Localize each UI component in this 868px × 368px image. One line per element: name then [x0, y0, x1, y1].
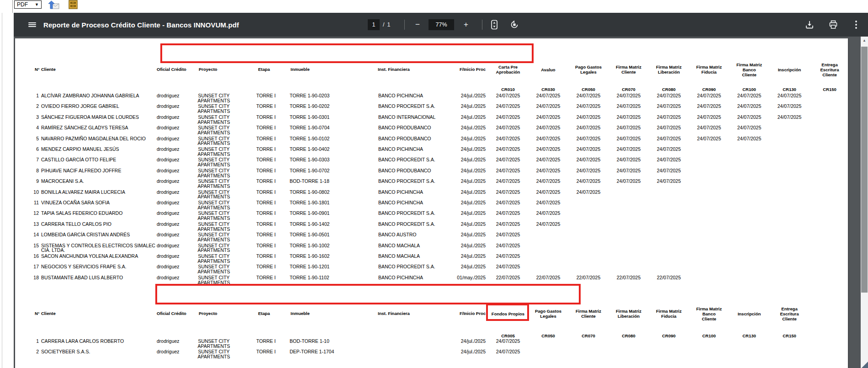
column-header-inmueble: Inmueble	[291, 67, 310, 72]
archive-cabinet-icon[interactable]	[69, 0, 78, 11]
column-header-cliente: Cliente	[41, 67, 56, 72]
cell-cliente: SÁNCHEZ FIGUEROA MARIA DE LOURDES	[41, 115, 165, 120]
page-number-input[interactable]: 1	[368, 19, 380, 30]
stage-code-cr150: CR150	[769, 333, 810, 338]
pdf-viewer: Reporte de Proceso Crédito Cliente - Ban…	[14, 13, 868, 368]
stage-code-cr070: CR070	[568, 333, 609, 338]
cell-n: 1	[25, 339, 39, 344]
zoom-out-button[interactable]: −	[412, 19, 423, 30]
pdf-format-select[interactable]: PDF ▼	[14, 0, 42, 9]
host-topbar-divider	[12, 0, 13, 13]
menu-icon[interactable]	[26, 19, 37, 30]
cell-date-cr050: 24/07/2025	[566, 125, 611, 130]
cell-date-cr090: 24/07/2025	[686, 115, 732, 120]
cell-n: 1	[25, 93, 39, 98]
cell-n: 7	[25, 157, 39, 162]
cell-date-cr070: 24/07/2025	[606, 157, 651, 162]
cell-etapa: TORRE I	[256, 147, 288, 152]
cell-cliente: CASTILLO GARCÍA OTTO FELIPE	[41, 157, 165, 162]
cell-proyecto: SUNSET CITY APARTMENTS	[182, 232, 245, 242]
cell-n: 12	[25, 211, 39, 216]
zoom-in-button[interactable]: +	[460, 19, 471, 30]
cell-date-cr070: 24/07/2025	[606, 147, 651, 152]
cell-date-cr090: 24/07/2025	[686, 125, 732, 130]
fit-to-page-icon[interactable]	[489, 19, 500, 30]
column-header-cr150: Entrega Escritura Cliente	[763, 303, 815, 325]
cell-inmueble: TORRE 1-90-1102	[290, 275, 365, 280]
stage-code-cr005: CR005	[487, 333, 529, 338]
cell-date-cr080: 24/07/2025	[646, 157, 692, 162]
column-header-num: N°	[35, 311, 40, 316]
cell-proyecto: SUNSET CITY APARTMENTS	[182, 339, 245, 349]
cell-cliente: PIHUAVE NACIF ALFREDO JOFFRE	[41, 168, 165, 173]
cell-date-cr010: 24/07/2025	[485, 93, 531, 98]
cell-etapa: TORRE I	[256, 211, 288, 216]
cell-date-cr005: 24/07/2025	[485, 339, 531, 344]
cell-date-cr130: 24/07/2025	[767, 115, 812, 120]
table-row: 10BONILLA ALVAREZ MAIRA LUCRECIAdrodrigu…	[15, 189, 848, 200]
cell-cliente: OVIEDO FIERRO JORGE GABRIEL	[41, 104, 165, 109]
cell-cliente: MACROCEANI S.A.	[41, 179, 165, 184]
table-row: 9MACROCEANI S.A.drodriguezSUNSET CITY AP…	[15, 178, 848, 189]
stage-code-cr100: CR100	[729, 87, 770, 92]
cell-etapa: TORRE I	[256, 339, 288, 344]
more-options-icon[interactable]	[851, 19, 862, 30]
column-header-etapa: Etapa	[258, 311, 270, 316]
cell-proyecto: SUNSET CITY APARTMENTS	[182, 136, 245, 146]
pdf-toolbar: Reporte de Proceso Crédito Cliente - Ban…	[14, 13, 868, 37]
send-mail-icon[interactable]	[48, 0, 59, 11]
cell-proyecto: SUNSET CITY APARTMENTS	[182, 147, 245, 157]
cell-finicio: 24/jul./2025	[441, 190, 486, 195]
cell-date-cr030: 24/07/2025	[525, 147, 571, 152]
table-row: 14LOMBEIDA GARCÍA CRISTIAN ANDRÉSdrodrig…	[15, 232, 848, 242]
cell-date-cr010: 24/07/2025	[485, 147, 531, 152]
cell-date-cr080: 24/07/2025	[646, 104, 692, 109]
cell-date-cr090: 24/07/2025	[686, 104, 732, 109]
cell-n: 13	[25, 222, 39, 227]
cell-inmueble: TORRE 1-90-0203	[290, 93, 365, 98]
cell-date-cr080: 24/07/2025	[646, 125, 692, 130]
cell-date-cr010: 24/07/2025	[485, 254, 531, 259]
cell-date-cr010: 24/07/2025	[485, 157, 531, 162]
scrollbar-thumb[interactable]	[861, 47, 868, 293]
cell-etapa: TORRE I	[256, 104, 288, 109]
stage-code-cr070: CR070	[608, 87, 649, 92]
cell-finicio: 24/jul./2025	[441, 339, 486, 344]
cell-finicio: 24/jul./2025	[441, 168, 486, 173]
cell-cliente: MENDEZ CARPIO MANUEL JESÚS	[41, 147, 165, 152]
column-header-cr150: Entrega Escritura Cliente	[804, 59, 848, 80]
cell-etapa: TORRE I	[256, 200, 288, 205]
cell-proyecto: SUNSET CITY APARTMENTS	[182, 93, 245, 103]
cell-finicio: 24/jul./2025	[441, 104, 486, 109]
cell-finicio: 24/jul./2025	[441, 222, 486, 227]
cell-date-cr010: 24/07/2025	[485, 136, 531, 141]
column-header-proyecto: Proyecto	[199, 67, 217, 72]
cell-date-cr010: 24/07/2025	[485, 115, 531, 120]
cell-inmueble: TORRE 1-90-1002	[290, 243, 365, 248]
cell-proyecto: SUNSET CITY APARTMENTS	[182, 190, 245, 200]
scroll-up-icon[interactable]: ▲	[861, 37, 868, 44]
cell-inmueble: TORRE 1-90-0202	[290, 104, 365, 109]
cell-cliente: LOMBEIDA GARCÍA CRISTIAN ANDRÉS	[41, 232, 165, 237]
print-icon[interactable]	[828, 19, 839, 30]
cell-date-cr050: 24/07/2025	[566, 93, 611, 98]
column-header-proyecto: Proyecto	[199, 311, 217, 316]
cell-date-cr050: 24/07/2025	[566, 104, 611, 109]
download-icon[interactable]	[804, 19, 815, 30]
cell-date-cr010: 24/07/2025	[485, 104, 531, 109]
cell-n: 17	[25, 264, 39, 269]
table-row: 8PIHUAVE NACIF ALFREDO JOFFREdrodriguezS…	[15, 168, 848, 178]
cell-date-cr070: 24/07/2025	[606, 168, 651, 173]
pdf-page: N°ClienteOficial CréditoProyectoEtapaInm…	[15, 38, 848, 368]
annotation-box-middle	[155, 284, 581, 304]
table-row: 3SÁNCHEZ FIGUEROA MARIA DE LOURDESdrodri…	[15, 114, 848, 125]
cell-date-cr070: 22/07/2025	[606, 275, 651, 280]
cell-proyecto: SUNSET CITY APARTMENTS	[182, 222, 245, 232]
rotate-icon[interactable]	[509, 19, 520, 30]
cell-inmueble: BOD-TORRE 1-18	[290, 179, 365, 184]
cell-inmueble: TORRE 1-90-0704	[290, 125, 365, 130]
vertical-scrollbar[interactable]: ▲	[861, 37, 868, 368]
cell-finicio: 24/jul./2025	[441, 243, 486, 248]
cell-proyecto: SUNSET CITY APARTMENTS	[182, 243, 245, 253]
cell-etapa: TORRE I	[256, 93, 288, 98]
